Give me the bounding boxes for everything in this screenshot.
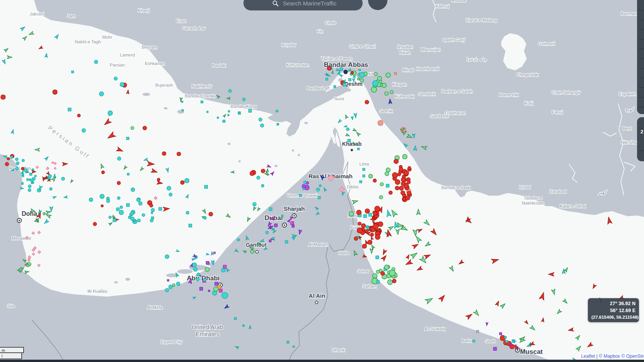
vessel-marker[interactable] [150, 219, 153, 222]
vessel-marker[interactable] [109, 216, 111, 218]
vessel-marker[interactable] [349, 212, 354, 216]
vessel-marker[interactable] [373, 212, 377, 215]
vessel-marker[interactable] [515, 345, 516, 347]
vessel-marker[interactable] [386, 73, 391, 77]
vessel-marker[interactable] [272, 237, 274, 239]
vessel-marker[interactable] [401, 182, 405, 186]
vessel-marker[interactable] [194, 267, 197, 271]
vessel-marker[interactable] [182, 109, 183, 111]
vessel-marker[interactable] [346, 128, 349, 131]
vessel-marker[interactable] [293, 346, 295, 347]
vessel-marker[interactable] [269, 240, 271, 242]
vessel-marker[interactable] [373, 273, 377, 278]
vessel-marker[interactable] [392, 279, 396, 283]
vessel-marker[interactable] [157, 178, 160, 181]
vessel-marker[interactable] [206, 261, 209, 265]
vessel-marker[interactable] [94, 60, 98, 64]
vessel-marker[interactable] [343, 83, 346, 86]
vessel-marker[interactable] [504, 336, 506, 338]
vessel-marker[interactable] [401, 178, 406, 182]
vessel-marker[interactable] [223, 120, 225, 122]
vessel-marker[interactable] [381, 272, 385, 275]
vessel-marker[interactable] [500, 333, 502, 335]
vessel-marker[interactable] [150, 204, 153, 207]
vessel-marker[interactable] [208, 290, 210, 292]
vessel-marker[interactable] [303, 181, 306, 184]
vessel-marker[interactable] [31, 179, 34, 182]
vessel-marker[interactable] [117, 197, 120, 200]
vessel-marker[interactable] [360, 181, 362, 183]
vessel-marker[interactable] [48, 174, 52, 178]
vessel-marker[interactable] [399, 186, 403, 190]
vessel-marker[interactable] [402, 198, 406, 201]
vessel-marker[interactable] [376, 270, 380, 273]
vessel-marker[interactable] [326, 78, 328, 80]
vessel-marker[interactable] [201, 101, 203, 103]
port-marker[interactable] [17, 219, 22, 223]
vessel-marker[interactable] [387, 280, 392, 285]
vessel-marker[interactable] [376, 256, 379, 259]
vessel-marker[interactable] [257, 176, 260, 179]
vessel-marker[interactable] [228, 114, 229, 116]
vessel-marker[interactable] [185, 178, 189, 183]
vessel-marker[interactable] [120, 82, 124, 87]
vessel-marker[interactable] [394, 72, 397, 75]
vessel-marker[interactable] [200, 287, 203, 290]
vessel-marker[interactable] [203, 278, 206, 281]
vessel-marker[interactable] [93, 222, 97, 226]
vessel-marker[interactable] [353, 76, 355, 78]
vessel-marker[interactable] [327, 66, 331, 70]
vessel-marker[interactable] [34, 175, 36, 177]
vessel-marker[interactable] [356, 210, 361, 215]
vessel-marker[interactable] [377, 280, 379, 283]
vessel-marker[interactable] [89, 198, 93, 202]
vessel-marker[interactable] [31, 182, 33, 184]
port-marker[interactable] [256, 251, 259, 253]
vessel-marker[interactable] [401, 191, 405, 195]
vessel-marker[interactable] [15, 167, 19, 171]
vessel-marker[interactable] [196, 278, 199, 281]
vessel-marker[interactable] [106, 200, 110, 203]
vessel-marker[interactable] [365, 209, 370, 213]
search-input[interactable] [282, 0, 361, 7]
vessel-marker[interactable] [177, 152, 181, 156]
vessel-marker[interactable] [116, 208, 120, 211]
vessel-marker[interactable] [214, 252, 215, 253]
port-marker[interactable] [292, 214, 296, 218]
vessel-marker[interactable] [215, 282, 218, 285]
vessel-marker[interactable] [358, 78, 360, 80]
vessel-marker[interactable] [269, 208, 272, 211]
vessel-marker[interactable] [24, 169, 27, 172]
vessel-marker[interactable] [108, 111, 113, 115]
vessel-marker[interactable] [319, 185, 321, 187]
vessel-marker[interactable] [189, 224, 192, 227]
vessel-marker[interactable] [402, 154, 407, 159]
vessel-marker[interactable] [53, 90, 57, 94]
vessel-marker[interactable] [10, 156, 13, 159]
vessel-marker[interactable] [151, 208, 155, 212]
vessel-marker[interactable] [261, 169, 265, 173]
vessel-marker[interactable] [351, 72, 354, 74]
vessel-marker[interactable] [131, 188, 135, 192]
vessel-marker[interactable] [117, 181, 121, 185]
vessel-marker[interactable] [302, 184, 305, 188]
vessel-marker[interactable] [162, 152, 166, 155]
vessel-marker[interactable] [180, 181, 184, 184]
vessel-marker[interactable] [380, 183, 384, 186]
vessel-marker[interactable] [167, 280, 169, 281]
vessel-marker[interactable] [114, 77, 118, 80]
vessel-marker[interactable] [15, 158, 18, 161]
vessel-marker[interactable] [368, 174, 372, 178]
right-toolbar-lower[interactable]: 2 [637, 117, 644, 161]
vessel-marker[interactable] [27, 264, 29, 267]
vessel-marker[interactable] [137, 198, 140, 202]
vessel-marker[interactable] [385, 172, 389, 176]
vessel-marker[interactable] [21, 167, 24, 170]
osm-link[interactable]: © OpenStre [621, 353, 644, 359]
vessel-marker[interactable] [27, 179, 29, 181]
vessel-marker[interactable] [408, 166, 411, 169]
vessel-marker[interactable] [77, 114, 80, 117]
vessel-marker[interactable] [406, 196, 410, 200]
vessel-marker[interactable] [389, 270, 396, 276]
vessel-marker[interactable] [50, 188, 52, 190]
